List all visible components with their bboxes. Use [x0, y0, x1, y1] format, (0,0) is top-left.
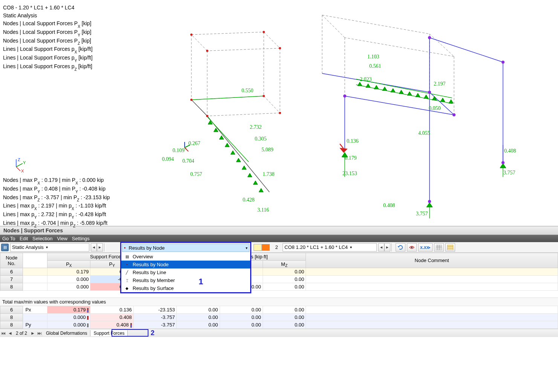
results-table[interactable]: NodeNo. Support Forces [kip] Support Mom… [0, 253, 558, 291]
svg-marker-64 [416, 93, 420, 97]
svg-text:0.428: 0.428 [243, 197, 255, 203]
svg-marker-60 [382, 87, 387, 91]
model-viewport[interactable]: CO8 - 1.20 * LC1 + 1.60 * LC4 Static Ana… [0, 0, 558, 226]
svg-marker-57 [358, 82, 362, 86]
svg-line-8 [207, 48, 280, 51]
tool-zoom-icon[interactable] [407, 243, 417, 252]
combo-select[interactable]: CO8 1.20 * LC1 + 1.60 * LC4▾ [283, 243, 377, 252]
totals-table[interactable]: 6 Px 0.179 0.136 -23.153 0.00 0.00 0.00 … [0, 306, 558, 329]
svg-text:0.136: 0.136 [347, 138, 359, 144]
svg-line-4 [16, 167, 20, 171]
menu-edit[interactable]: Edit [20, 236, 28, 241]
tab-next-icon[interactable]: ► [29, 331, 36, 336]
results-dropdown-open[interactable]: • Results by Node▾ ▤Overview•Results by … [120, 242, 251, 293]
svg-text:Y: Y [23, 160, 26, 165]
tab-last-icon[interactable]: ⏭ [36, 331, 43, 336]
tab-page: 2 of 2 [14, 331, 29, 336]
svg-line-37 [430, 38, 503, 62]
menu-view[interactable]: View [57, 236, 67, 241]
svg-text:0.109: 0.109 [173, 148, 185, 153]
svg-text:1.103: 1.103 [367, 54, 379, 59]
prev-analysis-arrow[interactable]: ◄ [91, 243, 97, 252]
svg-point-86 [206, 115, 208, 117]
svg-text:0.704: 0.704 [182, 158, 194, 164]
svg-text:X: X [21, 169, 24, 172]
svg-point-78 [501, 161, 504, 164]
svg-text:0.050: 0.050 [429, 105, 441, 111]
next-combo-arrow[interactable]: ► [384, 243, 390, 252]
svg-line-38 [191, 96, 264, 100]
sheet-tab-bar[interactable]: ⏮ ◄ 2 of 2 ► ⏭ Global Deformations Suppo… [0, 329, 558, 337]
dropdown-item[interactable]: ⌶Results by Member [121, 276, 250, 284]
svg-point-77 [428, 200, 431, 203]
svg-point-76 [501, 61, 504, 64]
analysis-type-select[interactable]: Static Analysis▾ [10, 243, 89, 252]
svg-text:0.757: 0.757 [190, 171, 202, 177]
svg-marker-49 [219, 136, 224, 139]
svg-marker-56 [259, 188, 263, 192]
svg-line-19 [430, 34, 454, 56]
svg-line-7 [264, 32, 280, 48]
svg-line-15 [264, 96, 280, 113]
svg-point-85 [279, 112, 281, 114]
model-svg: 1.1030.5612.0232.1970.5500.0502.7320.305… [124, 0, 554, 226]
tab-global-deformations[interactable]: Global Deformations [43, 330, 90, 336]
svg-line-39 [207, 117, 249, 162]
menu-settings[interactable]: Settings [72, 236, 90, 241]
viewport-header-text: CO8 - 1.20 * LC1 + 1.60 * LC4 Static Ana… [3, 4, 93, 71]
viewport-stats-text: Nodes | max PX : 0.179 | min PX : 0.000 … [3, 176, 110, 228]
svg-point-79 [190, 34, 193, 36]
svg-text:2.023: 2.023 [360, 76, 372, 82]
svg-point-84 [263, 95, 265, 97]
menu-goto[interactable]: Go To [2, 236, 15, 241]
menu-bar[interactable]: Go To Edit Selection View Settings [0, 235, 558, 242]
next-analysis-arrow[interactable]: ► [97, 243, 103, 252]
dropdown-item[interactable]: •Results by Node [121, 261, 250, 268]
svg-text:5.089: 5.089 [261, 147, 274, 153]
dropdown-item[interactable]: ▤Overview [121, 253, 250, 261]
svg-text:2.732: 2.732 [250, 124, 262, 130]
svg-text:0.561: 0.561 [369, 63, 381, 69]
analysis-type: Static Analysis [3, 12, 93, 20]
svg-text:Z: Z [18, 157, 20, 162]
menu-selection[interactable]: Selection [32, 236, 52, 241]
svg-line-2 [16, 163, 23, 167]
svg-point-73 [428, 91, 431, 94]
svg-marker-67 [440, 98, 445, 102]
svg-marker-62 [399, 90, 404, 94]
book-icon[interactable]: ▤ [1, 244, 9, 251]
svg-text:2.197: 2.197 [434, 81, 446, 87]
combo-title: CO8 - 1.20 * LC1 + 1.60 * LC4 [3, 4, 93, 12]
tab-support-forces[interactable]: Support Forces [90, 330, 128, 336]
tab-first-icon[interactable]: ⏮ [0, 331, 7, 336]
svg-marker-54 [248, 173, 252, 177]
svg-text:0.408: 0.408 [504, 148, 516, 154]
svg-marker-52 [236, 158, 241, 162]
results-select[interactable]: • Results by Node▾ [122, 244, 249, 252]
tool-precision-icon[interactable]: x.xx▸ [418, 243, 433, 252]
tab-prev-icon[interactable]: ◄ [7, 331, 14, 336]
svg-line-27 [191, 100, 207, 116]
swatch-orange-icon [261, 244, 270, 251]
svg-marker-51 [231, 151, 235, 154]
svg-point-83 [190, 99, 193, 101]
svg-point-118 [411, 247, 413, 248]
dropdown-item[interactable]: ◆Results by Surface [121, 284, 250, 292]
svg-rect-124 [447, 245, 453, 250]
svg-marker-68 [449, 99, 453, 103]
svg-marker-47 [208, 120, 212, 124]
dropdown-item[interactable]: ╱Results by Line [121, 268, 250, 276]
tool-table-b-icon[interactable] [445, 243, 455, 252]
callout-2: 2 [151, 329, 154, 337]
svg-line-89 [185, 148, 188, 151]
svg-marker-63 [407, 92, 412, 95]
combo-number: 2 [273, 244, 280, 250]
tool-table-a-icon[interactable] [434, 243, 444, 252]
tool-refresh-icon[interactable] [396, 243, 405, 252]
svg-marker-53 [242, 166, 246, 169]
results-dropdown-list: ▤Overview•Results by Node╱Results by Lin… [121, 253, 250, 292]
svg-point-72 [343, 95, 346, 98]
prev-combo-arrow[interactable]: ◄ [378, 243, 384, 252]
svg-text:1.738: 1.738 [263, 171, 275, 177]
svg-text:3.757: 3.757 [503, 170, 515, 175]
